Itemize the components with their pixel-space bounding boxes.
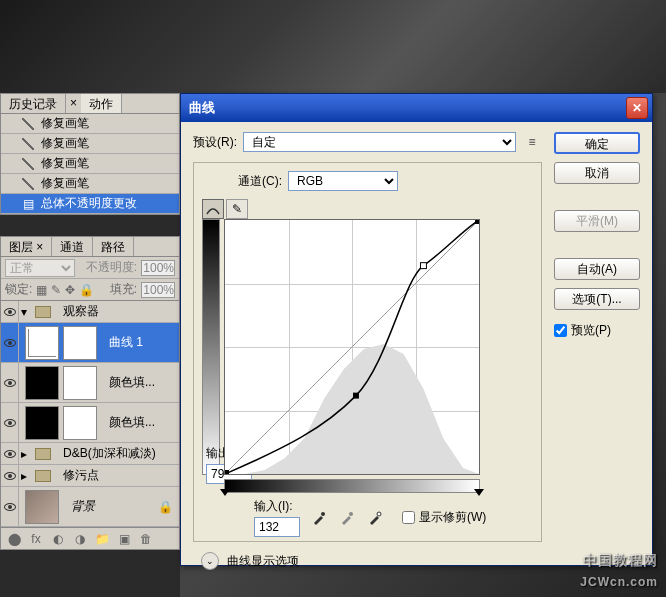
mask-thumb [63, 406, 97, 440]
chevron-down-icon[interactable]: ▾ [19, 305, 29, 319]
channel-select[interactable]: RGB [288, 171, 398, 191]
visibility-toggle[interactable] [1, 323, 19, 362]
preview-input[interactable] [554, 324, 567, 337]
options-button[interactable]: 选项(T)... [554, 288, 640, 310]
history-item[interactable]: 修复画笔 [1, 154, 179, 174]
lock-move-icon[interactable]: ✥ [65, 283, 75, 297]
history-tabs: 历史记录 × 动作 [1, 94, 179, 114]
black-point-slider[interactable] [220, 489, 230, 496]
opacity-input[interactable] [141, 260, 175, 276]
expand-display-options[interactable]: ⌄ 曲线显示选项 [193, 552, 542, 570]
svg-line-0 [225, 220, 479, 474]
tab-actions[interactable]: 动作 [81, 94, 122, 113]
layer-row[interactable]: 颜色填... [1, 363, 179, 403]
trash-icon[interactable]: 🗑 [139, 532, 153, 546]
adjustment-thumb [25, 366, 59, 400]
eyedroppers [310, 509, 384, 527]
preset-select[interactable]: 自定 [243, 132, 516, 152]
chevron-right-icon[interactable]: ▸ [19, 469, 29, 483]
history-list: 修复画笔 修复画笔 修复画笔 修复画笔 ▤总体不透明度更改 [1, 114, 179, 214]
layer-group[interactable]: ▸ D&B(加深和减淡) [1, 443, 179, 465]
chevron-right-icon[interactable]: ▸ [19, 447, 29, 461]
dialog-titlebar[interactable]: 曲线 ✕ [181, 94, 652, 122]
smooth-button[interactable]: 平滑(M) [554, 210, 640, 232]
svg-rect-4 [475, 220, 479, 224]
lock-label: 锁定: [5, 281, 32, 298]
visibility-toggle[interactable] [1, 403, 19, 442]
visibility-toggle[interactable] [1, 301, 19, 322]
cancel-button[interactable]: 取消 [554, 162, 640, 184]
input-row: 输入(I): 显示修剪(W) [202, 498, 533, 537]
tab-channels[interactable]: 通道 [52, 237, 93, 256]
layer-row[interactable]: 背景 🔒 [1, 487, 179, 527]
lock-transparency-icon[interactable]: ▦ [36, 283, 47, 297]
layer-row[interactable]: 曲线 1 [1, 323, 179, 363]
history-item-label: 修复画笔 [41, 155, 89, 172]
curve-tool-buttons: ✎ [202, 199, 248, 219]
close-button[interactable]: ✕ [626, 97, 648, 119]
blend-mode-select[interactable]: 正常 [5, 259, 75, 277]
white-eyedropper[interactable] [366, 509, 384, 527]
eye-icon [4, 379, 16, 387]
svg-rect-1 [353, 393, 359, 399]
layer-row[interactable]: 颜色填... [1, 403, 179, 443]
lock-all-icon[interactable]: 🔒 [79, 283, 94, 297]
brush-icon [21, 117, 35, 131]
curve-pencil-tool[interactable]: ✎ [226, 199, 248, 219]
visibility-toggle[interactable] [1, 443, 19, 464]
show-clip-input[interactable] [402, 511, 415, 524]
new-layer-icon[interactable]: ▣ [117, 532, 131, 546]
preset-row: 预设(R): 自定 ≡ [193, 132, 542, 152]
adjustment-thumb [25, 406, 59, 440]
tab-paths[interactable]: 路径 [93, 237, 134, 256]
auto-button[interactable]: 自动(A) [554, 258, 640, 280]
history-item[interactable]: 修复画笔 [1, 134, 179, 154]
show-clip-checkbox[interactable]: 显示修剪(W) [402, 509, 486, 526]
brush-icon [21, 137, 35, 151]
preset-label: 预设(R): [193, 134, 237, 151]
fx-icon[interactable]: fx [29, 532, 43, 546]
gray-eyedropper[interactable] [338, 509, 356, 527]
eye-icon [4, 339, 16, 347]
layer-group[interactable]: ▾ 观察器 [1, 301, 179, 323]
preview-checkbox[interactable]: 预览(P) [554, 322, 640, 339]
tab-layers[interactable]: 图层 × [1, 237, 52, 256]
ok-button[interactable]: 确定 [554, 132, 640, 154]
white-point-slider[interactable] [474, 489, 484, 496]
history-item[interactable]: 修复画笔 [1, 174, 179, 194]
layer-name: D&B(加深和减淡) [57, 445, 156, 462]
fill-input[interactable] [141, 282, 175, 298]
layers-panel: 图层 × 通道 路径 正常 不透明度: 锁定: ▦ ✎ ✥ 🔒 填充: ▾ 观察… [0, 236, 180, 550]
svg-point-7 [377, 512, 381, 516]
tab-close-icon[interactable]: × [66, 94, 81, 113]
eye-icon [4, 419, 16, 427]
layer-name: 颜色填... [103, 414, 155, 431]
mask-thumb [63, 326, 97, 360]
adjustment-icon[interactable]: ◑ [73, 532, 87, 546]
mask-thumb [63, 366, 97, 400]
folder-icon[interactable]: 📁 [95, 532, 109, 546]
curve-graph[interactable] [224, 219, 480, 475]
preview-label: 预览(P) [571, 322, 611, 339]
curve-point-tool[interactable] [202, 199, 224, 219]
layer-name: 颜色填... [103, 374, 155, 391]
visibility-toggle[interactable] [1, 487, 19, 526]
lock-brush-icon[interactable]: ✎ [51, 283, 61, 297]
link-icon[interactable]: ⬤ [7, 532, 21, 546]
svg-rect-2 [420, 263, 426, 269]
input-input[interactable] [254, 517, 300, 537]
history-item[interactable]: ▤总体不透明度更改 [1, 194, 179, 214]
input-gradient [224, 479, 480, 493]
tab-history[interactable]: 历史记录 [1, 94, 66, 113]
fill-label: 填充: [110, 281, 137, 298]
visibility-toggle[interactable] [1, 363, 19, 402]
visibility-toggle[interactable] [1, 465, 19, 486]
svg-point-5 [321, 512, 325, 516]
black-eyedropper[interactable] [310, 509, 328, 527]
folder-icon [35, 470, 51, 482]
channel-row: 通道(C): RGB [202, 171, 533, 191]
layer-group[interactable]: ▸ 修污点 [1, 465, 179, 487]
history-item[interactable]: 修复画笔 [1, 114, 179, 134]
mask-icon[interactable]: ◐ [51, 532, 65, 546]
preset-menu-icon[interactable]: ≡ [522, 133, 542, 151]
